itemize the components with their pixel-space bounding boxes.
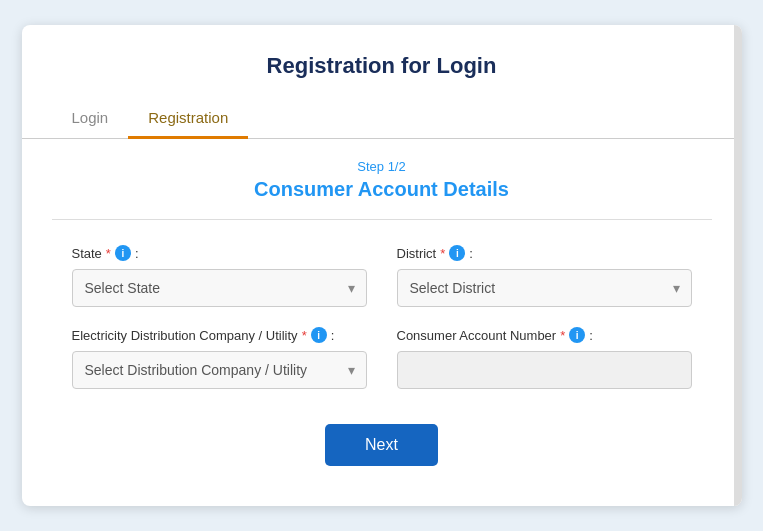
registration-card: Registration for Login Login Registratio… [22,25,742,506]
section-divider [52,219,712,220]
step-info: Step 1/2 Consumer Account Details [22,139,742,209]
step-label: Step 1/2 [22,159,742,174]
state-field-group: State * i : Select State [72,245,367,307]
next-button[interactable]: Next [325,424,438,466]
step-title: Consumer Account Details [22,178,742,201]
district-info-icon[interactable]: i [449,245,465,261]
utility-required: * [302,328,307,343]
form-grid: State * i : Select State District * i : [22,245,742,389]
district-label: District * i : [397,245,692,261]
state-required: * [106,246,111,261]
utility-label: Electricity Distribution Company / Utili… [72,327,367,343]
account-number-required: * [560,328,565,343]
tab-bar: Login Registration [22,99,742,139]
state-select[interactable]: Select State [72,269,367,307]
tab-login[interactable]: Login [52,99,129,139]
scrollbar [734,25,742,506]
state-select-wrapper: Select State [72,269,367,307]
utility-select[interactable]: Select Distribution Company / Utility [72,351,367,389]
district-field-group: District * i : Select District [397,245,692,307]
district-select-wrapper: Select District [397,269,692,307]
utility-info-icon[interactable]: i [311,327,327,343]
state-label: State * i : [72,245,367,261]
account-number-field-group: Consumer Account Number * i : [397,327,692,389]
account-number-label: Consumer Account Number * i : [397,327,692,343]
utility-select-wrapper: Select Distribution Company / Utility [72,351,367,389]
account-number-input[interactable] [397,351,692,389]
utility-field-group: Electricity Distribution Company / Utili… [72,327,367,389]
district-select[interactable]: Select District [397,269,692,307]
state-info-icon[interactable]: i [115,245,131,261]
tab-registration[interactable]: Registration [128,99,248,139]
button-row: Next [22,424,742,466]
district-required: * [440,246,445,261]
page-title: Registration for Login [22,25,742,99]
account-number-info-icon[interactable]: i [569,327,585,343]
